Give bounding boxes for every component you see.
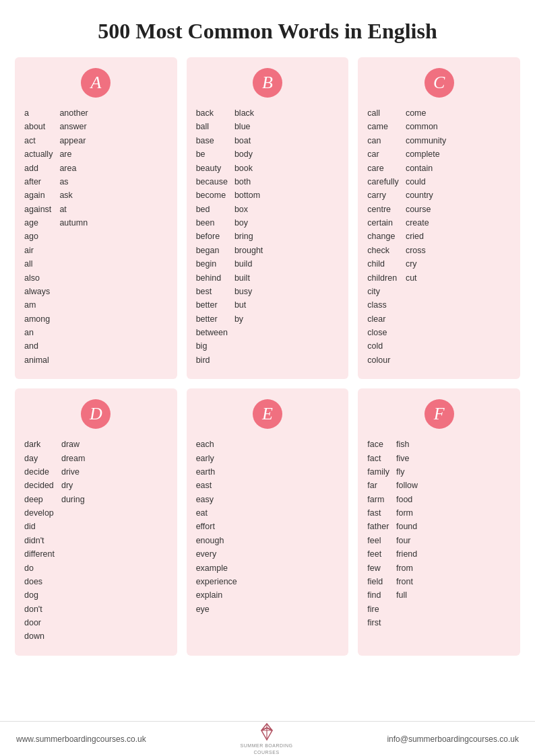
word-item: built <box>234 272 263 285</box>
word-item: boy <box>234 217 263 230</box>
word-item: between <box>196 327 228 339</box>
word-item: country <box>406 189 446 202</box>
letter-badge-e: E <box>253 399 282 429</box>
page-title: 500 Most Common Words in English <box>0 0 535 57</box>
word-item: begin <box>196 258 228 271</box>
word-item: far <box>367 479 389 492</box>
footer-right: info@summerboardingcourses.co.uk <box>387 734 519 744</box>
letter-badge-f: F <box>424 399 454 429</box>
word-item: father <box>367 520 389 533</box>
card-f: Ffacefactfamilyfarfarmfastfatherfeelfeet… <box>358 388 520 656</box>
letter-badge-b: B <box>253 68 282 98</box>
footer-logo: SUMMER BOARDINGCOURSES <box>241 722 293 755</box>
word-item: first <box>367 617 389 629</box>
word-item: decide <box>24 466 55 479</box>
word-item: big <box>196 340 228 353</box>
word-item: class <box>367 299 399 312</box>
word-item: ago <box>24 230 53 243</box>
word-column: backballbasebebeautybecausebecomebedbeen… <box>196 107 228 367</box>
word-item: fact <box>367 452 389 465</box>
word-item: community <box>406 135 446 147</box>
word-item: about <box>24 121 53 133</box>
word-item: dog <box>24 589 55 602</box>
word-item: found <box>396 520 418 533</box>
word-item: child <box>367 258 399 271</box>
word-item: could <box>406 176 446 188</box>
word-item: carefully <box>367 176 399 188</box>
word-item: act <box>24 135 53 147</box>
word-item: care <box>367 162 399 175</box>
word-item: again <box>24 189 53 202</box>
word-item: animal <box>24 354 53 367</box>
word-item: enough <box>196 535 237 547</box>
word-column: darkdaydecidedecideddeepdevelopdiddidn't… <box>24 438 55 644</box>
word-item: follow <box>396 479 418 492</box>
word-item: by <box>234 313 263 326</box>
word-item: add <box>24 162 53 175</box>
word-item: as <box>59 176 88 188</box>
word-item: full <box>396 589 418 602</box>
word-item: at <box>59 203 88 216</box>
word-item: book <box>234 162 263 175</box>
word-item: draw <box>61 438 85 451</box>
word-item: another <box>59 107 88 120</box>
word-item: create <box>406 217 446 230</box>
word-columns: darkdaydecidedecideddeepdevelopdiddidn't… <box>24 438 168 644</box>
word-item: eat <box>196 507 237 520</box>
word-item: different <box>24 548 55 561</box>
word-item: autumn <box>59 217 88 230</box>
word-item: always <box>24 285 53 298</box>
word-item: early <box>196 452 237 465</box>
word-item: each <box>196 438 237 451</box>
word-item: front <box>396 576 418 588</box>
word-item: after <box>24 176 53 188</box>
card-c: Ccallcamecancarcarecarefullycarrycentrec… <box>358 57 520 379</box>
word-item: been <box>196 217 228 230</box>
word-item: cried <box>406 230 446 243</box>
word-item: change <box>367 230 399 243</box>
word-column: facefactfamilyfarfarmfastfatherfeelfeetf… <box>367 438 389 629</box>
word-item: clear <box>367 313 399 326</box>
word-item: blue <box>234 121 263 133</box>
word-item: behind <box>196 272 228 285</box>
word-item: feel <box>367 535 389 547</box>
word-item: all <box>24 258 53 271</box>
word-item: both <box>234 176 263 188</box>
word-columns: callcamecancarcarecarefullycarrycentrece… <box>367 107 511 367</box>
word-item: friend <box>396 548 418 561</box>
word-item: do <box>24 562 55 575</box>
word-item: appear <box>59 135 88 147</box>
word-item: am <box>24 299 53 312</box>
word-column: blackblueboatbodybookbothbottomboxboybri… <box>234 107 263 367</box>
word-columns: facefactfamilyfarfarmfastfatherfeelfeetf… <box>367 438 511 629</box>
word-item: certain <box>367 217 399 230</box>
word-item: call <box>367 107 399 120</box>
word-column: comecommoncommunitycompletecontaincouldc… <box>406 107 446 367</box>
word-item: box <box>234 203 263 216</box>
word-item: form <box>396 507 418 520</box>
word-item: children <box>367 272 399 285</box>
word-item: actually <box>24 148 53 161</box>
word-item: door <box>24 617 55 629</box>
word-item: earth <box>196 466 237 479</box>
word-item: experience <box>196 576 237 588</box>
card-b: Bbackballbasebebeautybecausebecomebedbee… <box>187 57 349 379</box>
word-item: boat <box>234 135 263 147</box>
letter-badge-c: C <box>424 68 454 98</box>
page-footer: www.summerboardingcourses.co.uk SUMMER B… <box>0 721 535 756</box>
word-item: also <box>24 272 53 285</box>
word-item: busy <box>234 285 263 298</box>
word-column: anotheranswerappearareareaasaskatautumn <box>59 107 88 367</box>
word-columns: aaboutactactuallyaddafteragainagainstage… <box>24 107 168 367</box>
word-item: beauty <box>196 162 228 175</box>
card-a: Aaaboutactactuallyaddafteragainagainstag… <box>15 57 177 379</box>
word-item: but <box>234 299 263 312</box>
word-item: food <box>396 493 418 506</box>
word-item: began <box>196 244 228 257</box>
word-item: because <box>196 176 228 188</box>
word-item: family <box>367 466 389 479</box>
word-item: don't <box>24 603 55 616</box>
word-column: eachearlyeartheasteasyeateffortenougheve… <box>196 438 237 616</box>
word-item: during <box>61 493 85 506</box>
word-column: aaboutactactuallyaddafteragainagainstage… <box>24 107 53 367</box>
